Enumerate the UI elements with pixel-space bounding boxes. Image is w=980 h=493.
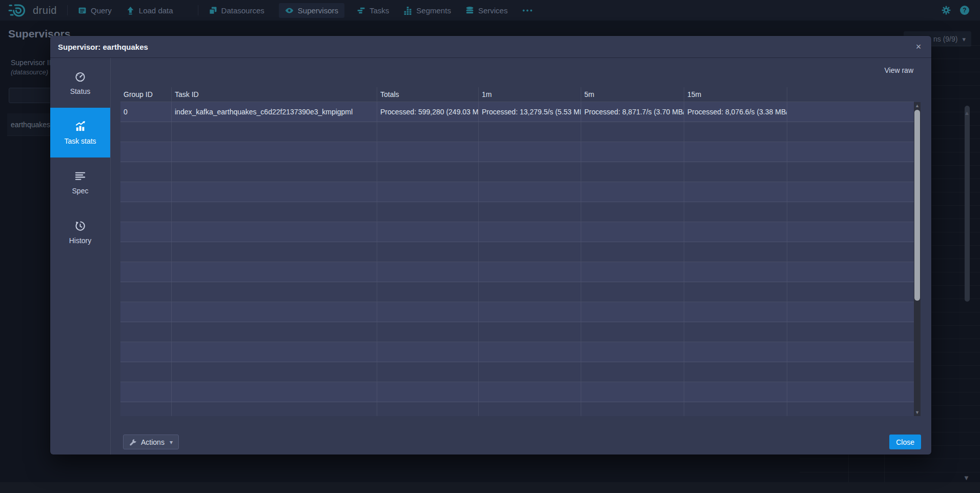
scrollbar-thumb[interactable] xyxy=(914,110,920,301)
table-row: 0 index_kafka_earthquakes_c6d22f2137390e… xyxy=(120,102,914,122)
empty-table-row xyxy=(120,362,914,382)
close-button[interactable]: Close xyxy=(889,435,921,449)
tab-label: Spec xyxy=(72,187,89,195)
empty-table-row xyxy=(120,282,914,302)
empty-table-row xyxy=(120,302,914,322)
table-scrollbar: ▲ ▼ xyxy=(914,102,921,416)
gauge-icon xyxy=(74,71,86,83)
empty-table-row xyxy=(120,382,914,402)
tab-label: History xyxy=(69,236,92,245)
column-header-15m[interactable]: 15m xyxy=(684,87,787,102)
history-clock-icon xyxy=(74,220,86,232)
tab-task-stats[interactable]: Task stats xyxy=(50,108,110,157)
scroll-down-icon[interactable]: ▼ xyxy=(914,409,921,416)
empty-table-row xyxy=(120,222,914,242)
empty-table-row xyxy=(120,342,914,362)
cell-group-id: 0 xyxy=(120,102,172,122)
close-icon[interactable]: × xyxy=(911,36,926,58)
empty-table-row xyxy=(120,402,914,416)
tab-status[interactable]: Status xyxy=(50,58,110,108)
chevron-down-icon: ▾ xyxy=(170,439,173,446)
empty-table-row xyxy=(120,242,914,262)
empty-table-row xyxy=(120,122,914,142)
empty-table-row xyxy=(120,142,914,162)
column-header-1m[interactable]: 1m xyxy=(479,87,581,102)
column-header-5m[interactable]: 5m xyxy=(581,87,684,102)
dialog-title: Supervisor: earthquakes xyxy=(58,43,148,51)
supervisor-dialog: Supervisor: earthquakes × Status xyxy=(50,36,931,455)
tab-history[interactable]: History xyxy=(50,207,110,257)
bar-chart-trend-icon xyxy=(74,121,86,132)
cell-1m: Processed: 13,279.5/s (5.53 MB/s) xyxy=(479,102,581,122)
cell-task-id: index_kafka_earthquakes_c6d22f2137390e3_… xyxy=(172,102,377,122)
cell-5m: Processed: 8,871.7/s (3.70 MB/s) xyxy=(581,102,684,122)
tab-label: Status xyxy=(70,87,91,95)
dialog-content: View raw Group ID Task ID Totals 1m 5m 1… xyxy=(111,58,931,455)
empty-table-row xyxy=(120,322,914,342)
tab-spec[interactable]: Spec xyxy=(50,157,110,207)
table-body: 0 index_kafka_earthquakes_c6d22f2137390e… xyxy=(120,102,914,416)
align-left-icon xyxy=(74,170,86,182)
table-header-row: Group ID Task ID Totals 1m 5m 15m xyxy=(120,87,914,102)
actions-button[interactable]: Actions ▾ xyxy=(123,435,179,449)
empty-table-row xyxy=(120,202,914,222)
column-header-task-id[interactable]: Task ID xyxy=(172,87,377,102)
scroll-up-icon[interactable]: ▲ xyxy=(914,102,921,109)
cell-totals: Processed: 599,280 (249.03 MB) xyxy=(377,102,479,122)
column-header-group-id[interactable]: Group ID xyxy=(120,87,172,102)
dialog-body: Status Task stats Spec xyxy=(50,58,931,455)
empty-table-row xyxy=(120,182,914,202)
wrench-icon xyxy=(129,438,137,446)
column-header-filler xyxy=(787,87,914,102)
druid-console: druid Query Load data Datasources xyxy=(0,0,980,493)
empty-table-row xyxy=(120,162,914,182)
cell-15m: Processed: 8,076.6/s (3.38 MB/s) xyxy=(684,102,787,122)
dialog-side-tabs: Status Task stats Spec xyxy=(50,58,111,455)
empty-table-row xyxy=(120,262,914,282)
dialog-header: Supervisor: earthquakes × xyxy=(50,36,931,58)
task-stats-table: Group ID Task ID Totals 1m 5m 15m 0 inde… xyxy=(120,87,921,416)
cell-filler xyxy=(787,102,914,122)
actions-button-label: Actions xyxy=(141,438,165,446)
column-header-totals[interactable]: Totals xyxy=(377,87,479,102)
tab-label: Task stats xyxy=(64,137,96,145)
view-raw-link[interactable]: View raw xyxy=(884,66,913,74)
